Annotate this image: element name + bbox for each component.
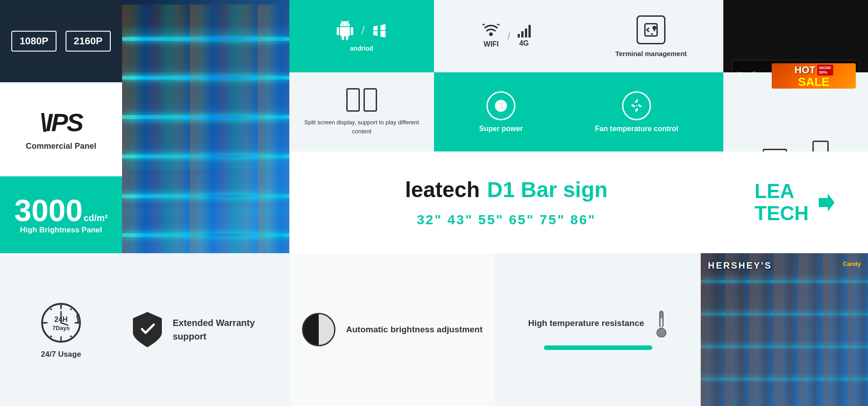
android-icon	[335, 20, 355, 40]
hotsale-sale-text: SALE	[798, 76, 829, 88]
signal-label: 4G	[519, 39, 528, 47]
temp-resistance-panel: High temperature resistance	[495, 253, 701, 406]
svg-point-17	[50, 308, 52, 310]
svg-marker-5	[819, 194, 835, 212]
ips-panel: \IPS Commercial Panel	[0, 82, 122, 176]
split-screen-tile: Split screen display, support to play di…	[289, 72, 434, 151]
wifi-label: WIFI	[484, 40, 499, 48]
brightness-adj-panel: Automatic brightness adjustment	[289, 253, 495, 406]
usage-panel: 24H 7Days 24/7 Usage	[0, 253, 122, 406]
resolution-1080p: 1080P	[11, 31, 57, 52]
usage-label: 24/7 Usage	[41, 350, 81, 359]
fan-temp-label: Fan temperature control	[595, 125, 678, 133]
resolution-panel: 1080P 2160P	[0, 0, 122, 82]
product-title-area: leatech D1 Bar sign 32" 43" 55" 65" 75" …	[289, 151, 723, 253]
warranty-panel: Extended Warranty support	[122, 253, 289, 406]
temp-progress-bar	[544, 345, 652, 350]
super-power-label: Super power	[479, 125, 523, 133]
leatech-logo-tile: LEA TECH	[723, 151, 868, 253]
android-label: andriod	[350, 45, 373, 52]
wifi-icon	[482, 24, 500, 38]
lea-text: LEA	[755, 180, 794, 202]
brightness-panel: 3000 cd/m² High Brightness Panel	[0, 176, 122, 253]
warranty-label: Extended Warranty support	[173, 316, 280, 343]
svg-point-15	[50, 335, 52, 337]
brightness-adj-icon	[302, 313, 335, 346]
commercial-panel-label: Commercial Panel	[26, 142, 96, 151]
slash-divider: /	[361, 24, 364, 38]
svg-point-16	[44, 322, 46, 324]
temp-resistance-label: High temperature resistance	[528, 317, 644, 330]
svg-text:24H: 24H	[54, 316, 67, 323]
split-label: Split screen display, support to play di…	[289, 118, 434, 136]
hotsale-hot-text: HOT	[794, 64, 815, 76]
svg-point-11	[60, 306, 62, 307]
windows-icon	[371, 22, 388, 39]
candy-label: Candy	[843, 260, 861, 267]
terminal-label: Terminal management	[615, 50, 687, 57]
svg-text:P: P	[500, 104, 503, 109]
brand-name: leatech	[405, 177, 480, 202]
svg-point-14	[70, 335, 72, 337]
terminal-tile: Terminal management	[579, 0, 723, 72]
brightness-adj-label: Automatic brightness adjustment	[346, 323, 483, 336]
brightness-value: 3000	[14, 195, 83, 226]
brightness-panel-label: High Brightness Panel	[20, 226, 102, 235]
ips-logo: \IPS	[40, 108, 82, 137]
hersheys-panel: HERSHEY'S Candy	[701, 253, 868, 406]
svg-point-0	[490, 33, 492, 35]
svg-point-2	[653, 26, 656, 29]
svg-text:7Days: 7Days	[52, 325, 70, 331]
size-options: 32" 43" 55" 65" 75" 86"	[417, 212, 596, 227]
store-image-panel	[122, 0, 289, 253]
svg-point-24	[657, 328, 666, 337]
svg-point-12	[70, 308, 72, 310]
hersheys-logo: HERSHEY'S	[708, 260, 772, 271]
resolution-2160p: 2160P	[66, 31, 111, 52]
product-name: D1 Bar sign	[487, 177, 608, 202]
terminal-icon	[637, 15, 665, 44]
brightness-unit: cd/m²	[84, 213, 108, 223]
leatech-arrow-icon	[814, 191, 837, 214]
shield-icon	[131, 310, 164, 349]
android-windows-tile: / andriod	[289, 0, 434, 72]
wifi-tile: WIFI / 4G	[434, 0, 579, 72]
fan-icon	[628, 98, 645, 114]
tech-text: TECH	[755, 203, 809, 224]
clock-icon: 24H 7Days	[38, 300, 84, 345]
super-fan-tile: P Super power Fan temperature control	[434, 72, 723, 151]
thermometer-icon	[655, 309, 668, 337]
